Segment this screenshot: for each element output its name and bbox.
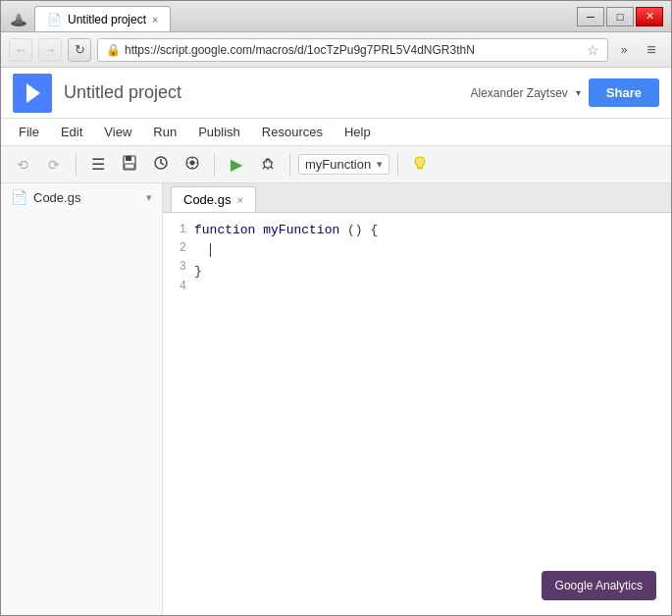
editor-tab-close-btn[interactable]: × [236,194,242,206]
toolbar-separator-3 [289,154,290,176]
google-analytics-btn[interactable]: Google Analytics [542,571,656,600]
star-icon: ☆ [587,42,599,58]
code-line-1: function myFunction () { [194,221,671,241]
window-minimize-btn[interactable]: ─ [577,7,604,26]
code-indent [194,243,210,258]
svg-point-16 [269,161,271,163]
refresh-btn[interactable]: ↻ [68,38,91,62]
debug-btn[interactable] [254,151,282,179]
tab-close-btn[interactable]: × [152,14,158,26]
forward-btn[interactable]: → [38,38,62,62]
trigger-icon [184,155,200,174]
back-icon: ← [15,42,27,57]
menu-file[interactable]: File [9,121,49,143]
toolbar-separator-1 [76,154,77,176]
user-name: Alexander Zaytsev [470,86,567,100]
line-numbers: 1 2 3 4 [163,221,194,607]
editor-tab-code-gs[interactable]: Code.gs × [171,186,256,212]
tab-favicon: 📄 [47,13,62,26]
function-selector[interactable]: myFunction ▾ [298,154,389,175]
code-editor[interactable]: 1 2 3 4 function myFunction () { [163,213,671,615]
toolbar-separator-4 [397,154,398,176]
toolbar-separator-2 [214,154,215,176]
editor-area: Code.gs × 1 2 3 4 function myFunction ( [163,183,671,615]
history-btn[interactable] [147,151,175,179]
menu-view[interactable]: View [94,121,141,143]
main-content: 📄 Code.gs ▾ Code.gs × 1 2 3 4 [1,183,671,615]
addressbar: ← → ↻ 🔒 https://script.google.com/macros… [1,32,671,68]
svg-point-14 [264,160,272,168]
svg-point-13 [190,161,194,165]
indent-icon: ☰ [91,155,105,174]
menu-resources[interactable]: Resources [252,121,333,143]
undo-btn[interactable]: ⟲ [9,151,36,179]
url-text: https://script.google.com/macros/d/1ocTz… [125,43,583,57]
redo-icon: ⟳ [48,157,60,173]
svg-rect-6 [125,164,134,169]
run-btn[interactable]: ▶ [223,151,250,179]
menu-run[interactable]: Run [143,121,186,143]
debug-icon [260,155,276,174]
browser-menu-icon: ≡ [646,41,655,59]
line-num-1: 1 [163,221,186,239]
browser-tab[interactable]: 📄 Untitled project × [34,6,171,31]
menu-edit[interactable]: Edit [51,121,92,143]
history-icon [153,155,169,174]
share-button[interactable]: Share [589,78,659,107]
lock-icon: 🔒 [106,43,121,57]
save-icon [122,155,137,174]
menubar: File Edit View Run Publish Resources Hel… [1,119,671,146]
redo-btn[interactable]: ⟳ [40,151,68,179]
tab-title: Untitled project [68,13,146,26]
window-controls: ─ □ ✕ [577,7,663,26]
user-area: Alexander Zaytsev ▾ Share [470,78,659,107]
menu-help[interactable]: Help [335,121,381,143]
svg-rect-5 [126,156,131,161]
undo-icon: ⟲ [17,157,28,173]
ext-icon: » [621,43,628,57]
run-icon: ▶ [231,155,242,174]
address-bar-input[interactable]: 🔒 https://script.google.com/macros/d/1oc… [97,38,608,62]
hint-icon [412,155,428,174]
window-close-btn[interactable]: ✕ [636,7,663,26]
trigger-btn[interactable] [179,151,206,179]
back-btn[interactable]: ← [9,38,32,62]
hint-btn[interactable] [406,151,434,179]
app-header: Untitled project Alexander Zaytsev ▾ Sha… [1,68,671,119]
user-dropdown-icon[interactable]: ▾ [576,87,581,98]
svg-marker-3 [26,83,40,103]
svg-point-2 [17,14,21,18]
titlebar-app-icon [9,12,28,31]
function-name-label: myFunction [305,157,371,172]
refresh-icon: ↻ [75,42,85,57]
indent-btn[interactable]: ☰ [84,151,112,179]
code-parens: () { [347,223,378,237]
line-num-4: 4 [163,278,186,296]
text-cursor [210,243,211,257]
extensions-btn[interactable]: » [614,39,634,61]
save-btn[interactable] [116,151,143,179]
toolbar: ⟲ ⟳ ☰ [1,146,671,183]
sidebar-file-item[interactable]: 📄 Code.gs ▾ [1,183,162,211]
line-num-2: 2 [163,239,186,258]
editor-tab-name: Code.gs [183,192,231,207]
titlebar-tabs: 📄 Untitled project × [9,1,577,31]
svg-point-15 [266,161,268,163]
window-maximize-btn[interactable]: □ [606,7,634,26]
menu-publish[interactable]: Publish [188,121,250,143]
keyword-function: function [194,223,255,237]
code-line-4 [194,282,671,302]
sidebar: 📄 Code.gs ▾ [1,183,163,615]
code-content[interactable]: function myFunction () { } [194,221,671,607]
line-num-3: 3 [163,258,186,277]
app-title: Untitled project [64,82,470,103]
editor-tabs: Code.gs × [163,183,671,213]
app-logo [13,74,52,113]
sidebar-file-arrow: ▾ [146,191,152,204]
titlebar: 📄 Untitled project × ─ □ ✕ [1,1,671,32]
function-name: myFunction [263,223,339,237]
file-icon: 📄 [11,189,27,205]
browser-menu-btn[interactable]: ≡ [640,38,663,62]
forward-icon: → [44,42,57,57]
sidebar-file-name: Code.gs [33,190,140,205]
